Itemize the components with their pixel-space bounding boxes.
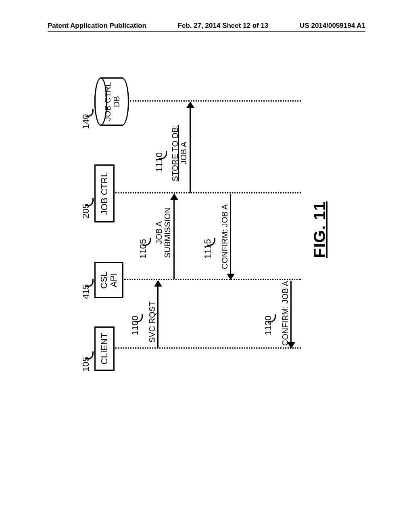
participant-db-l1: JOB CTRL — [103, 77, 112, 126]
ref-1115: 1115 — [202, 239, 213, 259]
ref-1110: 1110 — [154, 152, 165, 172]
participant-csl-api-l2: API — [109, 273, 119, 287]
participant-client-label: CLIENT — [99, 333, 110, 364]
arrow-1115 — [230, 194, 231, 279]
msg-1110-text: STORE TO DB: JOB A — [171, 125, 188, 181]
ref-105: 105 — [81, 357, 91, 372]
lifeline-job-ctrl — [115, 192, 301, 193]
ref-1100: 1100 — [130, 316, 140, 335]
msg-1100-text: SVC RQST — [148, 301, 157, 343]
arrow-1105 — [173, 194, 175, 279]
participant-job-ctrl: JOB CTRL — [94, 164, 115, 222]
msg-1105-text: JOB A SUBMISSION — [155, 207, 172, 258]
participant-job-ctrl-label: JOB CTRL — [99, 172, 110, 215]
msg-1110-t1: STORE TO DB: — [171, 125, 179, 181]
sequence-diagram: 105 CLIENT 415 CSL API 205 JOB CTRL 140 — [81, 73, 323, 379]
arrow-1120 — [290, 281, 292, 348]
lifeline-client — [115, 347, 301, 349]
participant-csl-api-l1: CSL — [99, 272, 109, 289]
figure-label: FIG. 11 — [311, 202, 329, 258]
ref-415: 415 — [81, 284, 91, 299]
ref-1120: 1120 — [263, 316, 273, 335]
lifeline-db — [130, 100, 301, 102]
lifeline-csl-api — [124, 279, 301, 280]
participant-db-l2: DB — [112, 77, 121, 126]
participant-csl-api: CSL API — [94, 262, 123, 298]
msg-1120-text: CONFIRM: JOB A — [281, 281, 290, 346]
msg-1110-t2: JOB A — [179, 125, 188, 181]
arrow-1100 — [157, 281, 159, 348]
msg-1115-text: CONFIRM: JOB A — [220, 204, 229, 269]
ref-205: 205 — [81, 204, 91, 218]
msg-1105-t1: JOB A — [155, 207, 163, 258]
participant-client: CLIENT — [94, 326, 115, 371]
participant-db-labels: JOB CTRL DB — [103, 77, 121, 126]
header-right: US 2014/0059194 A1 — [300, 22, 365, 30]
rotated-diagram-group: 105 CLIENT 415 CSL API 205 JOB CTRL 140 — [81, 73, 323, 379]
patent-figure-page: Patent Application Publication Feb. 27, … — [0, 0, 413, 532]
ref-1105: 1105 — [138, 239, 148, 259]
header-left: Patent Application Publication — [48, 22, 146, 30]
msg-1105-t2: SUBMISSION — [163, 207, 172, 258]
header-center: Feb. 27, 2014 Sheet 12 of 13 — [178, 22, 269, 30]
arrow-1110 — [190, 102, 191, 193]
ref-140: 140 — [81, 114, 91, 129]
page-header: Patent Application Publication Feb. 27, … — [48, 31, 365, 42]
